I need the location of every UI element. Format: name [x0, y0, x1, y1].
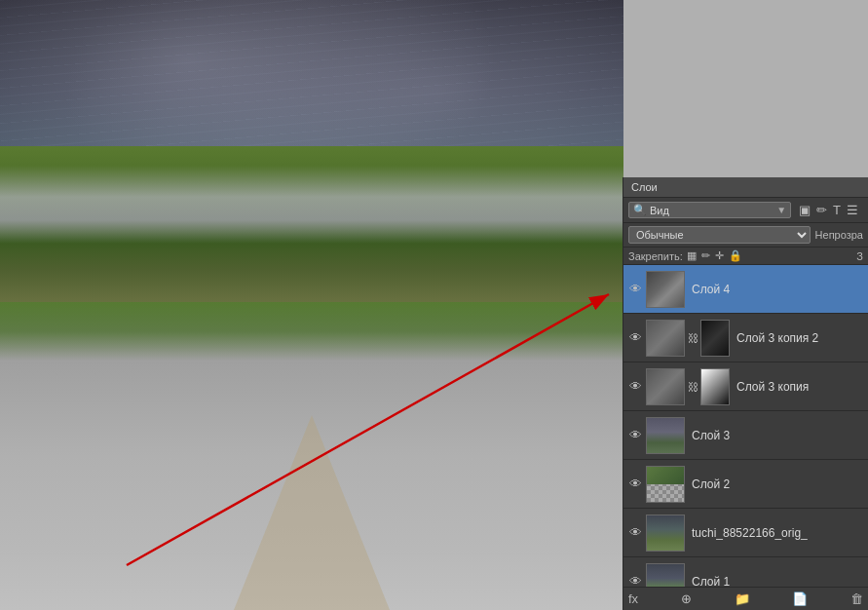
layer-thumbnail [646, 271, 685, 308]
layer-thumbnail [646, 417, 685, 454]
search-box[interactable]: 🔍 ▼ [628, 202, 791, 218]
photo-top [0, 0, 623, 302]
layer-item[interactable]: 👁 ⛓ Слой 3 копия 2 [623, 314, 868, 362]
brush-icon[interactable]: ✏ [816, 203, 827, 217]
lock-move-icon[interactable]: ✛ [715, 249, 724, 262]
layer-name: tuchi_88522166_orig_ [688, 526, 864, 540]
search-input[interactable] [650, 205, 774, 216]
lock-icons: ▦ ✏ ✛ 🔒 [687, 249, 742, 262]
blend-mode-select[interactable]: Обычные [628, 226, 811, 244]
text-icon[interactable]: T [833, 203, 841, 217]
layer-mask-thumbnail [700, 320, 730, 357]
layers-panel: Слои 🔍 ▼ ▣ ✏ T ☰ Обычные Непрозра Закреп… [623, 177, 868, 610]
layer-thumbnail [646, 466, 685, 503]
layer-thumbnail [646, 563, 685, 588]
adjustment-button[interactable]: ⊕ [681, 591, 692, 606]
mist-layer [0, 166, 623, 244]
image-icon[interactable]: ▣ [799, 203, 811, 217]
photo-bottom [0, 302, 623, 610]
more-icon[interactable]: ☰ [847, 203, 858, 217]
lock-label: Закрепить: [628, 250, 683, 262]
search-icon: 🔍 [633, 204, 647, 216]
visibility-icon[interactable]: 👁 [627, 330, 643, 345]
panel-title: Слои [631, 181, 658, 193]
canvas-area [0, 0, 623, 610]
lock-row: Закрепить: ▦ ✏ ✛ 🔒 З [623, 248, 868, 265]
fx-button[interactable]: fx [628, 591, 638, 606]
visibility-icon[interactable]: 👁 [627, 428, 643, 442]
layer-name: Слой 3 [688, 429, 864, 442]
layer-item[interactable]: 👁 Слой 2 [623, 460, 868, 509]
visibility-icon[interactable]: 👁 [627, 477, 643, 491]
layer-item[interactable]: 👁 Слой 3 [623, 411, 868, 460]
layer-mask-thumbnail [700, 368, 730, 405]
chain-icon: ⛓ [688, 381, 698, 393]
layer-thumbnail [646, 515, 685, 552]
opacity-label: Непрозра [815, 229, 863, 241]
layer-item[interactable]: 👁 tuchi_88522166_orig_ [623, 509, 868, 557]
folder-button[interactable]: 📁 [735, 591, 750, 606]
visibility-icon[interactable]: 👁 [627, 525, 643, 540]
dropdown-arrow-icon: ▼ [776, 205, 786, 215]
lock-brush-icon[interactable]: ✏ [701, 249, 710, 262]
layer-thumbnail [646, 368, 685, 405]
blend-mode-row: Обычные Непрозра [623, 223, 868, 248]
layer-name: Слой 2 [688, 477, 864, 491]
delete-button[interactable]: 🗑 [850, 591, 863, 606]
layer-item[interactable]: 👁 Слой 4 [623, 265, 868, 314]
panel-footer: fx ⊕ 📁 📄 🗑 [623, 587, 868, 610]
search-row: 🔍 ▼ ▣ ✏ T ☰ [623, 198, 868, 223]
layers-list: 👁 Слой 4 👁 ⛓ Слой 3 копия 2 👁 ⛓ Слой 3 к… [623, 265, 868, 587]
road-overlay [234, 415, 390, 610]
panel-action-icons: ▣ ✏ T ☰ [794, 201, 863, 219]
layer-name: Слой 3 копия 2 [733, 331, 864, 345]
layer-item[interactable]: 👁 Слой 1 [623, 557, 868, 587]
panel-header: Слои [623, 177, 868, 198]
visibility-icon[interactable]: 👁 [627, 574, 643, 587]
layer-item[interactable]: 👁 ⛓ Слой 3 копия [623, 362, 868, 411]
new-layer-button[interactable]: 📄 [792, 591, 808, 606]
layer-name: Слой 3 копия [733, 380, 864, 394]
chain-icon: ⛓ [688, 332, 698, 344]
layer-thumbnail [646, 320, 685, 357]
layer-name: Слой 4 [688, 283, 864, 296]
lock-all-icon[interactable]: 🔒 [729, 249, 742, 262]
lock-transparent-icon[interactable]: ▦ [687, 249, 697, 262]
layer-name: Слой 1 [688, 575, 864, 588]
green-strips [0, 302, 623, 361]
fill-label: З [856, 250, 863, 262]
visibility-icon[interactable]: 👁 [627, 282, 643, 296]
visibility-icon[interactable]: 👁 [627, 379, 643, 394]
